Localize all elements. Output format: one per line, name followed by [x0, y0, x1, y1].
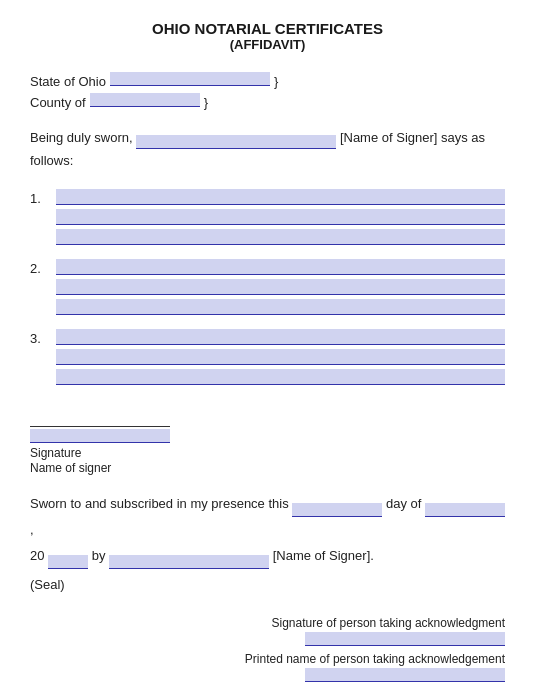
- seal-section: (Seal): [30, 577, 505, 592]
- county-line: County of }: [30, 93, 505, 110]
- sworn-sub-name-fill[interactable]: [109, 555, 269, 569]
- state-brace: }: [274, 74, 278, 89]
- page-container: OHIO NOTARIAL CERTIFICATES (AFFIDAVIT) S…: [30, 20, 505, 682]
- right-acknowledgment-section: Signature of person taking acknowledgmen…: [30, 616, 505, 682]
- state-line: State of Ohio }: [30, 72, 505, 89]
- signature-label: Signature: [30, 446, 81, 460]
- item-3: 3.: [30, 329, 505, 389]
- county-label: County of: [30, 95, 86, 110]
- item-1-line-3[interactable]: [56, 229, 505, 245]
- item-num-3: 3.: [30, 329, 48, 346]
- sworn-sub-day-fill[interactable]: [292, 503, 382, 517]
- sworn-line: Being duly sworn, [Name of Signer] says …: [30, 126, 505, 173]
- signer-name-fill[interactable]: [136, 135, 336, 149]
- state-label: State of Ohio: [30, 74, 106, 89]
- sworn-sub-by: by: [92, 548, 106, 563]
- sworn-subscribed-section: Sworn to and subscribed in my presence t…: [30, 491, 505, 569]
- sworn-sub-name: [Name of Signer].: [273, 548, 374, 563]
- item-2-lines: [56, 259, 505, 319]
- county-fill[interactable]: [90, 93, 200, 107]
- signature-section: Signature Name of signer: [30, 409, 505, 475]
- county-brace: }: [204, 95, 208, 110]
- signature-line: [30, 409, 170, 427]
- state-fill[interactable]: [110, 72, 270, 86]
- printed-name-label: Printed name of person taking acknowledg…: [30, 652, 505, 666]
- sworn-sub-20: 20: [30, 548, 44, 563]
- title-section: OHIO NOTARIAL CERTIFICATES (AFFIDAVIT): [30, 20, 505, 52]
- item-1-lines: [56, 189, 505, 249]
- state-county-section: State of Ohio } County of }: [30, 72, 505, 110]
- printed-name-block: Printed name of person taking acknowledg…: [30, 652, 505, 682]
- sworn-before: Being duly sworn,: [30, 130, 133, 145]
- item-1-line-2[interactable]: [56, 209, 505, 225]
- item-num-2: 2.: [30, 259, 48, 276]
- seal-label: (Seal): [30, 577, 65, 592]
- sworn-sub-comma: ,: [30, 522, 34, 537]
- sworn-sub-month-fill[interactable]: [425, 503, 505, 517]
- item-2-line-2[interactable]: [56, 279, 505, 295]
- sig-ack-label: Signature of person taking acknowledgmen…: [30, 616, 505, 630]
- main-title: OHIO NOTARIAL CERTIFICATES: [30, 20, 505, 37]
- sub-title: (AFFIDAVIT): [30, 37, 505, 52]
- item-3-line-2[interactable]: [56, 349, 505, 365]
- item-3-line-1[interactable]: [56, 329, 505, 345]
- item-1-line-1[interactable]: [56, 189, 505, 205]
- item-3-line-3[interactable]: [56, 369, 505, 385]
- sworn-sub-before: Sworn to and subscribed in my presence t…: [30, 496, 289, 511]
- item-num-1: 1.: [30, 189, 48, 206]
- numbered-items: 1. 2. 3.: [30, 189, 505, 389]
- sworn-sub-day-label: day of: [386, 496, 421, 511]
- item-1: 1.: [30, 189, 505, 249]
- sig-ack-block: Signature of person taking acknowledgmen…: [30, 616, 505, 646]
- signature-fill[interactable]: [30, 429, 170, 443]
- item-2: 2.: [30, 259, 505, 319]
- printed-name-fill[interactable]: [305, 668, 505, 682]
- name-signer-label: Name of signer: [30, 461, 111, 475]
- sig-ack-fill[interactable]: [305, 632, 505, 646]
- sworn-sub-year-fill[interactable]: [48, 555, 88, 569]
- item-2-line-3[interactable]: [56, 299, 505, 315]
- item-3-lines: [56, 329, 505, 389]
- item-2-line-1[interactable]: [56, 259, 505, 275]
